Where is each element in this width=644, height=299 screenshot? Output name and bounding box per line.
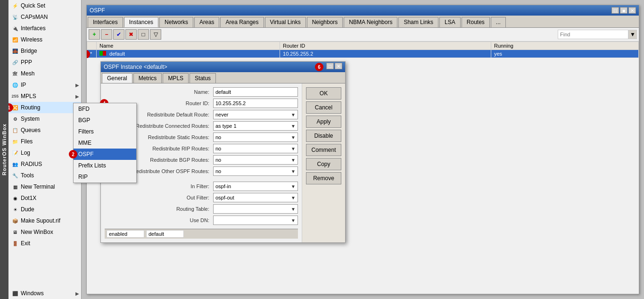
submenu-item-ospf[interactable]: 2 OSPF bbox=[74, 149, 136, 160]
submenu-item-bfd[interactable]: BFD bbox=[74, 103, 136, 115]
row-router-id: 10.255.255.2 bbox=[280, 50, 491, 58]
redistribute-static-select[interactable]: no ▼ bbox=[213, 133, 298, 142]
apply-button[interactable]: Apply bbox=[306, 116, 341, 128]
window-controls: □ ■ ✕ bbox=[611, 7, 636, 14]
filter-button[interactable]: ▽ bbox=[150, 29, 161, 40]
tab-nbma-neighbors[interactable]: NBMA Neighbors bbox=[344, 17, 397, 27]
redistribute-rip-select[interactable]: no ▼ bbox=[213, 144, 298, 153]
sidebar-item-windows[interactable]: ⬛ Windows ▶ bbox=[8, 288, 81, 299]
ospf-toolbar: + − ✔ ✖ □ ▽ ▼ bbox=[87, 28, 639, 42]
redistribute-bgp-select[interactable]: no ▼ bbox=[213, 155, 298, 165]
submenu-item-mme[interactable]: MME bbox=[74, 137, 136, 149]
tab-more[interactable]: ... bbox=[491, 17, 506, 27]
sidebar-item-files[interactable]: 📁 Files bbox=[8, 136, 81, 147]
comment-button[interactable]: Comment bbox=[306, 144, 341, 156]
in-filter-select[interactable]: ospf-in ▼ bbox=[213, 182, 298, 191]
sidebar-item-routing[interactable]: 1 🔀 Routing ▶ bbox=[8, 102, 81, 113]
main-area: OSPF □ ■ ✕ Interfaces Instances Networks… bbox=[82, 0, 644, 299]
sidebar-item-mpls[interactable]: 255 MPLS ▶ bbox=[8, 91, 81, 102]
mpls-arrow: ▶ bbox=[75, 94, 79, 99]
close-button[interactable]: ✕ bbox=[628, 7, 636, 14]
sidebar-item-label: Mesh bbox=[21, 70, 34, 77]
remove-button[interactable]: Remove bbox=[306, 172, 341, 184]
sidebar-item-capsman[interactable]: 📡 CAPsMAN bbox=[8, 11, 81, 23]
dialog-title: OSPF Instance <default> bbox=[104, 64, 167, 70]
tab-networks[interactable]: Networks bbox=[159, 17, 193, 27]
submenu-item-rip[interactable]: RIP bbox=[74, 171, 136, 183]
sidebar-item-bridge[interactable]: 🌉 Bridge bbox=[8, 45, 81, 57]
sidebar-item-new-terminal[interactable]: ▦ New Terminal bbox=[8, 181, 81, 192]
sidebar-item-mesh[interactable]: 🕸 Mesh bbox=[8, 68, 81, 79]
annotation-badge-6: 6 bbox=[315, 63, 323, 71]
routing-table-select[interactable]: ▼ bbox=[213, 204, 298, 214]
tab-neighbors[interactable]: Neighbors bbox=[307, 17, 343, 27]
use-dn-select[interactable]: ▼ bbox=[213, 216, 298, 225]
submenu-item-bgp[interactable]: BGP bbox=[74, 115, 136, 126]
sidebar-item-exit[interactable]: 🚪 Exit bbox=[8, 238, 81, 249]
enable-button[interactable]: ✔ bbox=[113, 29, 124, 40]
ospf-tab-bar: Interfaces Instances Networks Areas Area… bbox=[87, 16, 639, 28]
col-header-running[interactable]: Running bbox=[491, 42, 638, 50]
minimize-button[interactable]: □ bbox=[611, 7, 619, 14]
submenu-item-prefix-lists[interactable]: Prefix Lists bbox=[74, 160, 136, 171]
tab-instances[interactable]: Instances bbox=[124, 17, 158, 27]
table-row[interactable]: 3 * default 10.255.255.2 yes bbox=[87, 50, 639, 58]
remove-button[interactable]: − bbox=[101, 29, 112, 40]
redistribute-other-ospf-select[interactable]: no ▼ bbox=[213, 166, 298, 176]
copy-button[interactable]: □ bbox=[138, 29, 149, 40]
sidebar-item-quick-set[interactable]: ⚡ Quick Set bbox=[8, 0, 81, 11]
find-dropdown-arrow[interactable]: ▼ bbox=[628, 30, 637, 39]
flag-green bbox=[99, 51, 103, 56]
dialog-close-button[interactable]: ✕ bbox=[335, 63, 342, 69]
disable-button[interactable]: Disable bbox=[306, 130, 341, 142]
ok-button[interactable]: OK bbox=[306, 87, 341, 100]
tab-lsa[interactable]: LSA bbox=[439, 17, 461, 27]
dialog-tab-status[interactable]: Status bbox=[190, 73, 216, 83]
redistribute-static-value: no bbox=[215, 134, 221, 140]
tab-routes[interactable]: Routes bbox=[462, 17, 490, 27]
dialog-maximize-button[interactable]: □ bbox=[326, 63, 334, 69]
sidebar-item-ppp[interactable]: 🔗 PPP bbox=[8, 57, 81, 68]
cancel-button[interactable]: Cancel bbox=[306, 101, 341, 114]
sidebar-item-wireless[interactable]: 📶 Wireless bbox=[8, 34, 81, 45]
col-header-name[interactable]: Name bbox=[97, 42, 280, 50]
row-name[interactable]: default bbox=[97, 50, 280, 58]
status-default: default bbox=[146, 230, 184, 238]
sidebar-item-ip[interactable]: 🌐 IP ▶ bbox=[8, 79, 81, 91]
name-input[interactable] bbox=[213, 87, 298, 97]
dropdown-arrow: ▼ bbox=[291, 169, 296, 174]
router-id-input[interactable] bbox=[213, 99, 298, 108]
sidebar-item-interfaces[interactable]: 🔌 Interfaces bbox=[8, 23, 81, 34]
dropdown-arrow: ▼ bbox=[291, 146, 296, 151]
dialog-tab-metrics[interactable]: Metrics bbox=[133, 73, 162, 83]
sidebar-item-dude[interactable]: ☀ Dude bbox=[8, 204, 81, 215]
sidebar-item-radius[interactable]: 👥 RADIUS bbox=[8, 158, 81, 170]
maximize-button[interactable]: ■ bbox=[620, 7, 627, 14]
sidebar-item-make-supout[interactable]: 📦 Make Supout.rif bbox=[8, 215, 81, 226]
tab-interfaces[interactable]: Interfaces bbox=[88, 17, 123, 27]
row-running: yes bbox=[491, 50, 638, 58]
submenu-item-filters[interactable]: Filters bbox=[74, 126, 136, 137]
disable-button[interactable]: ✖ bbox=[125, 29, 137, 40]
find-input[interactable] bbox=[558, 30, 628, 39]
bridge-icon: 🌉 bbox=[11, 47, 19, 55]
redistribute-connected-select[interactable]: as type 1 ▼ bbox=[213, 121, 298, 131]
dialog-tab-general[interactable]: General bbox=[102, 73, 132, 83]
col-header-router-id[interactable]: Router ID bbox=[280, 42, 491, 50]
sidebar-item-new-winbox[interactable]: 🖥 New WinBox bbox=[8, 226, 81, 238]
sidebar-item-queues[interactable]: 📋 Queues bbox=[8, 125, 81, 136]
tab-sham-links[interactable]: Sham Links bbox=[398, 17, 438, 27]
sidebar-item-system[interactable]: ⚙ System ▶ bbox=[8, 113, 81, 125]
dialog-tab-mpls[interactable]: MPLS bbox=[163, 73, 189, 83]
redistribute-default-select[interactable]: never ▼ bbox=[213, 110, 298, 119]
sidebar: ⚡ Quick Set 📡 CAPsMAN 🔌 Interfaces 📶 Wir… bbox=[8, 0, 82, 299]
sidebar-item-dot1x[interactable]: ◉ Dot1X bbox=[8, 192, 81, 204]
copy-button[interactable]: Copy bbox=[306, 158, 341, 170]
tab-area-ranges[interactable]: Area Ranges bbox=[220, 17, 264, 27]
tab-virtual-links[interactable]: Virtual Links bbox=[265, 17, 306, 27]
sidebar-item-tools[interactable]: 🔧 Tools ▶ bbox=[8, 170, 81, 181]
tab-areas[interactable]: Areas bbox=[194, 17, 219, 27]
out-filter-select[interactable]: ospf-out ▼ bbox=[213, 193, 298, 202]
system-icon: ⚙ bbox=[11, 115, 19, 123]
add-button[interactable]: + bbox=[89, 29, 100, 40]
